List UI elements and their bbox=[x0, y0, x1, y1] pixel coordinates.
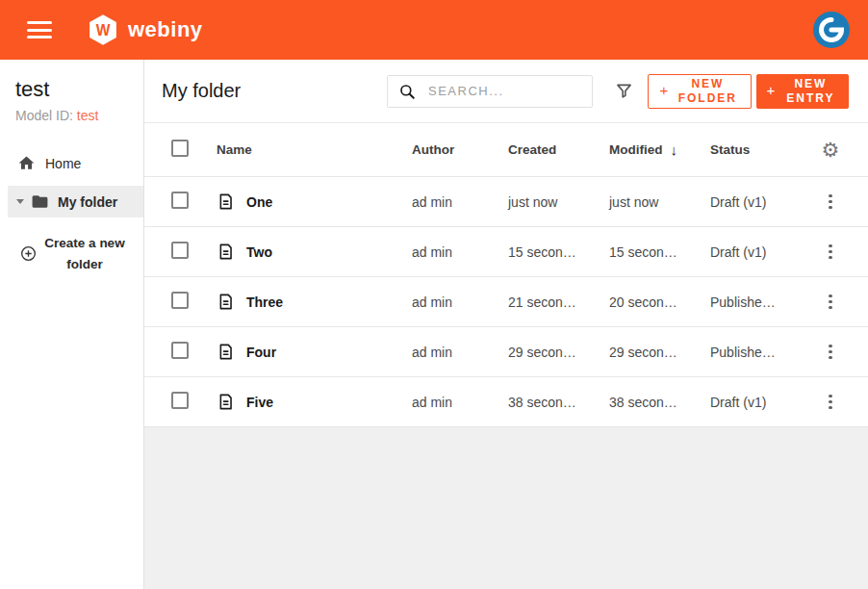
entry-author: ad min bbox=[412, 244, 508, 260]
chevron-down-icon[interactable] bbox=[16, 199, 24, 204]
row-menu-kebab-icon[interactable] bbox=[825, 191, 836, 214]
sidebar-item-home[interactable]: Home bbox=[0, 148, 143, 178]
row-checkbox[interactable] bbox=[171, 192, 189, 209]
entry-author: ad min bbox=[412, 194, 508, 210]
sidebar-item-my-folder[interactable]: My folder bbox=[8, 186, 143, 218]
new-entry-button[interactable]: + NEW ENTRY bbox=[756, 74, 849, 109]
table-row[interactable]: Three ad min 21 secon… 20 secon… Publish… bbox=[144, 277, 868, 327]
plus-icon: + bbox=[767, 82, 776, 100]
entry-modified: 38 secon… bbox=[609, 395, 710, 410]
entry-author: ad min bbox=[412, 294, 508, 310]
new-folder-label: NEW FOLDER bbox=[676, 77, 739, 106]
sidebar-item-label: My folder bbox=[58, 194, 117, 210]
column-header-created[interactable]: Created bbox=[508, 142, 609, 157]
plus-icon: + bbox=[660, 82, 669, 100]
document-icon bbox=[217, 343, 235, 361]
row-checkbox[interactable] bbox=[171, 292, 189, 309]
search-box bbox=[387, 75, 593, 108]
model-id-label: Model ID: bbox=[15, 108, 77, 123]
brand-wordmark: webiny bbox=[128, 17, 203, 42]
entry-created: 38 secon… bbox=[508, 395, 609, 410]
table-row[interactable]: Five ad min 38 secon… 38 secon… Draft (v… bbox=[144, 377, 868, 427]
entry-status: Publishe… bbox=[710, 345, 816, 360]
webiny-logo[interactable]: W webiny bbox=[87, 13, 203, 46]
entry-created: 29 secon… bbox=[508, 345, 609, 360]
folder-tree: Home My folder Create a new folder bbox=[0, 148, 143, 274]
document-icon bbox=[217, 243, 235, 261]
document-icon bbox=[217, 192, 235, 211]
webiny-hexagon-icon: W bbox=[87, 13, 119, 46]
plus-circle-icon bbox=[19, 244, 38, 263]
entry-name[interactable]: One bbox=[246, 194, 272, 210]
model-id: Model ID: test bbox=[15, 108, 128, 123]
model-id-value: test bbox=[77, 108, 99, 123]
column-header-author[interactable]: Author bbox=[412, 142, 508, 157]
entry-name[interactable]: Five bbox=[246, 395, 273, 410]
main-content: My folder + NEW FOLDER + NEW ENTRY bbox=[144, 60, 868, 589]
column-header-modified[interactable]: Modified ↓ bbox=[609, 141, 710, 158]
entry-modified: 20 secon… bbox=[609, 294, 710, 310]
table-header-row: Name Author Created Modified ↓ Status ⚙ bbox=[144, 123, 868, 177]
entry-modified: just now bbox=[609, 194, 710, 210]
app-header: W webiny bbox=[0, 0, 868, 60]
row-menu-kebab-icon[interactable] bbox=[825, 391, 836, 414]
document-icon bbox=[217, 393, 235, 411]
entry-created: 15 secon… bbox=[508, 244, 609, 260]
row-checkbox[interactable] bbox=[171, 392, 189, 409]
svg-text:W: W bbox=[96, 22, 111, 38]
entry-author: ad min bbox=[412, 395, 508, 410]
create-new-folder-button[interactable]: Create a new folder bbox=[0, 233, 143, 274]
entry-modified: 15 secon… bbox=[609, 244, 710, 260]
row-checkbox[interactable] bbox=[171, 342, 189, 359]
entry-name[interactable]: Three bbox=[246, 294, 283, 310]
folder-icon bbox=[31, 192, 49, 211]
search-icon bbox=[398, 83, 416, 100]
create-folder-label: Create a new folder bbox=[43, 233, 126, 274]
filter-button[interactable] bbox=[614, 81, 634, 101]
search-input[interactable] bbox=[387, 75, 593, 108]
entry-created: just now bbox=[508, 194, 609, 210]
row-menu-kebab-icon[interactable] bbox=[825, 341, 836, 364]
table-settings-gear-icon[interactable]: ⚙ bbox=[822, 140, 840, 160]
home-icon bbox=[17, 154, 36, 172]
filter-icon bbox=[614, 81, 634, 101]
row-checkbox[interactable] bbox=[171, 242, 189, 259]
new-folder-button[interactable]: + NEW FOLDER bbox=[648, 74, 752, 109]
entries-table: Name Author Created Modified ↓ Status ⚙ bbox=[144, 123, 868, 427]
table-row[interactable]: One ad min just now just now Draft (v1) bbox=[144, 177, 868, 227]
document-icon bbox=[217, 293, 235, 311]
select-all-checkbox[interactable] bbox=[171, 140, 189, 157]
model-title: test bbox=[15, 77, 128, 102]
table-row[interactable]: Four ad min 29 secon… 29 secon… Publishe… bbox=[144, 327, 868, 377]
row-menu-kebab-icon[interactable] bbox=[825, 241, 836, 264]
entry-name[interactable]: Four bbox=[246, 345, 276, 360]
column-header-status[interactable]: Status bbox=[710, 142, 816, 157]
entry-author: ad min bbox=[412, 345, 508, 360]
entry-status: Draft (v1) bbox=[710, 395, 816, 410]
column-header-name[interactable]: Name bbox=[217, 142, 412, 157]
page-title: My folder bbox=[162, 80, 241, 102]
menu-icon[interactable] bbox=[27, 21, 52, 38]
sort-descending-icon: ↓ bbox=[671, 141, 678, 158]
table-row[interactable]: Two ad min 15 secon… 15 secon… Draft (v1… bbox=[144, 227, 868, 277]
toolbar: My folder + NEW FOLDER + NEW ENTRY bbox=[144, 60, 868, 123]
entry-status: Draft (v1) bbox=[710, 244, 816, 260]
row-menu-kebab-icon[interactable] bbox=[825, 291, 836, 314]
entry-status: Publishe… bbox=[710, 294, 816, 310]
user-avatar[interactable] bbox=[812, 11, 851, 49]
sidebar-item-label: Home bbox=[45, 156, 81, 171]
entry-status: Draft (v1) bbox=[710, 194, 816, 210]
sidebar: test Model ID: test Home My folder bbox=[0, 60, 144, 589]
entry-created: 21 secon… bbox=[508, 294, 609, 310]
empty-area bbox=[144, 427, 868, 589]
entry-name[interactable]: Two bbox=[246, 244, 272, 260]
new-entry-label: NEW ENTRY bbox=[782, 77, 838, 106]
entry-modified: 29 secon… bbox=[609, 345, 710, 360]
